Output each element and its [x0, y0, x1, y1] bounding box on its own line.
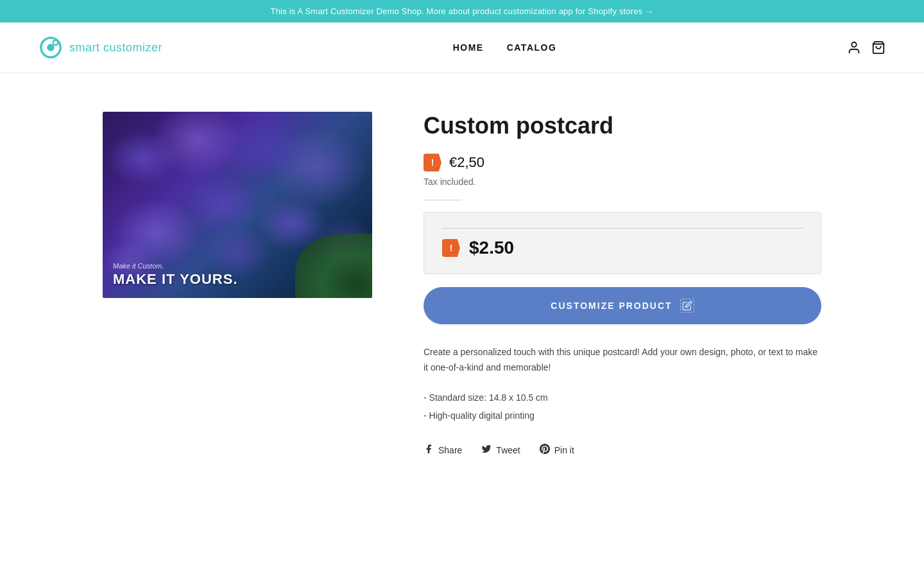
svg-point-2 [53, 40, 58, 46]
product-page: Make it Custom. MAKE IT YOURS. Custom po… [77, 112, 847, 457]
nav-catalog[interactable]: CATALOG [507, 42, 557, 53]
main-nav: HOME CATALOG [453, 42, 557, 53]
price-box: ! $2.50 [424, 212, 821, 274]
section-divider [424, 200, 462, 200]
product-image: Make it Custom. MAKE IT YOURS. [103, 112, 372, 298]
pin-label: Pin it [554, 445, 574, 455]
price-box-badge-icon: ! [442, 239, 460, 257]
product-description: Create a personalized touch with this un… [424, 345, 821, 376]
cart-icon [871, 40, 886, 55]
nav-icons [847, 40, 886, 55]
customize-icon [680, 299, 694, 313]
price-euro: €2,50 [449, 154, 484, 171]
postcard-make-it-custom-text: Make it Custom. [113, 262, 238, 270]
product-image-col: Make it Custom. MAKE IT YOURS. [103, 112, 372, 298]
spec-size: - Standard size: 14.8 x 10.5 cm [424, 389, 821, 407]
product-specs: - Standard size: 14.8 x 10.5 cm - High-q… [424, 389, 821, 425]
share-button[interactable]: Share [424, 444, 462, 457]
cart-icon-button[interactable] [871, 40, 886, 55]
logo-icon [38, 35, 63, 60]
price-usd: $2.50 [469, 238, 514, 258]
tweet-button[interactable]: Tweet [481, 444, 520, 457]
logo-area: smart customizer [38, 35, 162, 60]
postcard-text-area: Make it Custom. MAKE IT YOURS. [113, 262, 238, 288]
product-image-wrapper: Make it Custom. MAKE IT YOURS. [103, 112, 372, 298]
share-label: Share [438, 445, 462, 455]
header: smart customizer HOME CATALOG [0, 22, 924, 73]
pinterest-icon [540, 444, 550, 457]
svg-point-1 [47, 44, 54, 51]
share-icon [424, 444, 434, 457]
pin-button[interactable]: Pin it [540, 444, 574, 457]
banner-text: This is A Smart Customizer Demo Shop. Mo… [270, 6, 653, 16]
account-icon-button[interactable] [847, 40, 861, 55]
product-title: Custom postcard [424, 112, 821, 139]
tweet-label: Tweet [496, 445, 520, 455]
twitter-icon [481, 444, 492, 457]
tax-note: Tax included. [424, 177, 821, 187]
postcard-make-it-yours-text: MAKE IT YOURS. [113, 271, 238, 288]
customize-button-label: CUSTOMIZE PRODUCT [551, 301, 672, 311]
logo-text: smart customizer [69, 41, 162, 55]
product-details-col: Custom postcard ! €2,50 Tax included. ! … [424, 112, 821, 457]
social-share: Share Tweet Pin it [424, 444, 821, 457]
price-box-divider [442, 228, 803, 229]
price-box-row: ! $2.50 [442, 238, 803, 258]
account-icon [847, 40, 861, 55]
top-banner: This is A Smart Customizer Demo Shop. Mo… [0, 0, 924, 22]
price-badge-icon: ! [424, 153, 441, 171]
price-row: ! €2,50 [424, 153, 821, 171]
svg-point-3 [851, 42, 856, 47]
customize-product-button[interactable]: CUSTOMIZE PRODUCT [424, 287, 821, 324]
spec-printing: - High-quality digital printing [424, 407, 821, 425]
nav-home[interactable]: HOME [453, 42, 484, 53]
